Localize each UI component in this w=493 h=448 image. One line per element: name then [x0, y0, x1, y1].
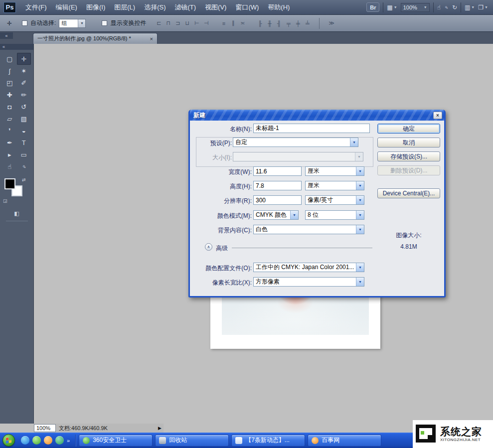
hand-tool[interactable]: ☝	[2, 160, 17, 172]
menu-select[interactable]: 选择(S)	[140, 1, 170, 14]
show-transform-checkbox[interactable]	[102, 20, 107, 26]
auto-select-checkbox[interactable]	[22, 20, 27, 26]
height-unit-select[interactable]: 厘米 ▼	[305, 181, 364, 190]
zoom-magnifier-icon[interactable]: ♀	[442, 3, 450, 11]
resolution-input[interactable]	[253, 195, 302, 205]
distribute-middle-icon[interactable]: ╫	[265, 19, 274, 28]
healing-brush-tool[interactable]: ✚	[2, 89, 17, 101]
messenger-quick-launch-icon[interactable]	[55, 436, 64, 445]
blur-tool[interactable]: ❜	[2, 125, 17, 137]
menu-view[interactable]: 视图(V)	[200, 1, 231, 14]
resolution-unit-value: 像素/英寸	[306, 196, 356, 204]
auto-align-layers-icon[interactable]: ≫	[327, 19, 336, 28]
start-button[interactable]	[2, 434, 15, 447]
zoom-level-value: 100%	[403, 4, 417, 10]
align-center-v-icon[interactable]: ⊣	[201, 19, 211, 28]
size-select: ▼	[233, 152, 363, 161]
lasso-tool[interactable]: ʃ	[2, 65, 17, 77]
dialog-title-bar[interactable]: 新建 ×	[190, 110, 444, 121]
width-unit-select[interactable]: 厘米 ▼	[305, 166, 364, 176]
clone-stamp-tool[interactable]: ◘	[2, 101, 17, 113]
close-icon[interactable]: ×	[150, 36, 153, 42]
menu-edit[interactable]: 编辑(E)	[51, 1, 82, 14]
eyedropper-tool[interactable]: ✐	[17, 77, 31, 89]
zoom-level-dropdown[interactable]: 100% ▼	[401, 3, 430, 12]
distribute-left-icon[interactable]: ╟	[255, 19, 265, 28]
brush-tool[interactable]: ✏	[17, 89, 31, 101]
pen-tool[interactable]: ✒	[2, 137, 17, 149]
collapse-panels-icon[interactable]: «	[0, 32, 13, 39]
distribute-v-middle-icon[interactable]: ╪	[293, 19, 303, 28]
distribute-bottom-icon[interactable]: ≍	[238, 19, 247, 28]
taskbar-button-baishi[interactable]: 百事网	[308, 435, 381, 447]
name-input[interactable]	[253, 124, 370, 133]
status-menu-arrow-icon[interactable]: ▶	[158, 426, 164, 431]
color-profile-select[interactable]: 工作中的 CMYK: Japan Color 2001... ▼	[253, 263, 364, 272]
auto-select-mode-dropdown[interactable]: 组 ▼	[59, 19, 86, 28]
360-quick-launch-icon[interactable]	[32, 436, 41, 445]
ok-button[interactable]: 确定	[377, 124, 440, 134]
align-bottom-icon[interactable]: ⊔	[182, 19, 192, 28]
taskbar-button-360[interactable]: 360安全卫士	[79, 435, 153, 447]
align-left-icon[interactable]: ⊏	[154, 19, 164, 28]
foreground-color-swatch[interactable]	[4, 178, 15, 189]
swap-colors-icon[interactable]: ⇄	[22, 177, 26, 182]
menu-help[interactable]: 帮助(H)	[263, 1, 294, 14]
distribute-top-icon[interactable]: ≡	[219, 19, 228, 28]
align-right-icon[interactable]: ⊐	[173, 19, 182, 28]
default-colors-icon[interactable]: ◲	[3, 198, 7, 203]
align-top-icon[interactable]: ⊓	[164, 19, 173, 28]
chevron-down-icon: ▼	[356, 225, 364, 234]
device-central-button[interactable]: Device Central(E)...	[377, 188, 440, 198]
collapse-panel-icon[interactable]: «	[0, 44, 33, 50]
dodge-tool[interactable]: ◒	[17, 125, 31, 137]
distribute-center-icon[interactable]: ∥	[228, 19, 238, 28]
path-selection-tool[interactable]: ▸	[2, 149, 17, 160]
status-zoom-field[interactable]: 100%	[34, 424, 56, 432]
taskbar-button-recycle-bin[interactable]: 回收站	[155, 435, 229, 447]
image-size-label: 图像大小:	[377, 231, 440, 240]
height-input[interactable]	[253, 181, 302, 190]
rectangular-marquee-tool[interactable]: ▢	[2, 53, 17, 65]
bit-depth-select[interactable]: 8 位 ▼	[305, 210, 364, 220]
width-input[interactable]	[253, 166, 302, 176]
menu-window[interactable]: 窗口(W)	[231, 1, 263, 14]
move-tool[interactable]: ✛	[17, 53, 31, 65]
history-brush-tool[interactable]: ↺	[17, 101, 31, 113]
cancel-button[interactable]: 取消	[377, 138, 440, 148]
align-center-h-icon[interactable]: ⊢	[192, 19, 201, 28]
chevron-down-icon: ▼	[356, 181, 364, 190]
pixel-aspect-select[interactable]: 方形像素 ▼	[253, 277, 364, 287]
distribute-right-icon[interactable]: ╢	[274, 19, 284, 28]
workspace-switcher-button[interactable]: ▦ ▼	[387, 4, 397, 11]
preset-select[interactable]: 自定 ▼	[233, 138, 358, 147]
menu-layer[interactable]: 图层(L)	[110, 1, 140, 14]
type-tool[interactable]: T	[17, 137, 31, 149]
gradient-tool[interactable]: ▧	[17, 113, 31, 125]
color-mode-select[interactable]: CMYK 颜色 ▼	[253, 210, 299, 220]
save-preset-button[interactable]: 存储预设(S)...	[377, 151, 440, 161]
menu-filter[interactable]: 滤镜(T)	[170, 1, 200, 14]
advanced-toggle-icon[interactable]: ∧	[205, 243, 212, 251]
resolution-unit-select[interactable]: 像素/英寸 ▼	[305, 195, 364, 205]
browser-quick-launch-icon[interactable]	[21, 436, 29, 445]
hand-pan-icon[interactable]: ☝	[437, 4, 441, 11]
dialog-close-button[interactable]: ×	[433, 112, 442, 119]
document-tab[interactable]: 一寸照片的制作.jpg @ 100%(RGB/8) * ×	[33, 33, 158, 44]
screen-mode-button[interactable]: ▥ ▼	[465, 4, 475, 11]
magic-wand-tool[interactable]: ✶	[17, 65, 31, 77]
arrange-documents-button[interactable]: ❐ ▼	[478, 4, 488, 11]
bridge-button[interactable]: Br	[366, 2, 379, 12]
eraser-tool[interactable]: ▱	[2, 113, 17, 125]
menu-file[interactable]: 文件(F)	[21, 1, 51, 14]
rotate-view-icon[interactable]: ↻	[452, 4, 457, 11]
crop-tool[interactable]: ◰	[2, 77, 17, 89]
distribute-v-bottom-icon[interactable]: ╧	[303, 19, 312, 28]
background-contents-select[interactable]: 白色 ▼	[253, 225, 364, 234]
folder-quick-launch-icon[interactable]	[44, 436, 52, 445]
quick-mask-icon[interactable]: ◧	[12, 210, 21, 217]
taskbar-button-news[interactable]: 【7条新动态】...	[231, 435, 305, 447]
quick-launch-overflow-icon[interactable]: »	[67, 438, 70, 444]
menu-image[interactable]: 图像(I)	[82, 1, 110, 14]
distribute-v-top-icon[interactable]: ╤	[284, 19, 293, 28]
